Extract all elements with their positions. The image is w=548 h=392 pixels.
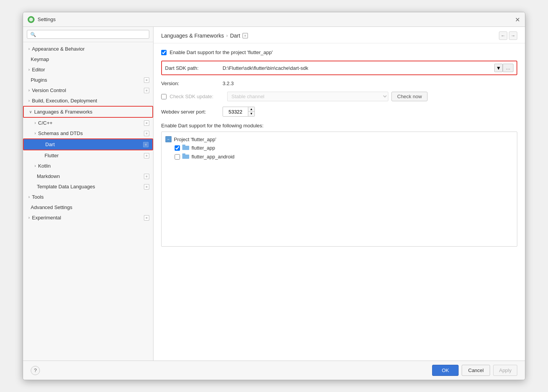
breadcrumb-icon: ≡ <box>243 33 248 38</box>
sidebar-item-appearance[interactable]: › Appearance & Behavior <box>23 44 153 54</box>
dropdown-arrow-icon: ▼ <box>496 65 501 71</box>
sidebar-item-label: Kotlin <box>38 163 51 169</box>
sidebar-item-flutter[interactable]: Flutter ≡ <box>23 150 153 161</box>
svg-point-0 <box>29 18 33 21</box>
flutter-app-android-label: flutter_app_android <box>191 154 234 160</box>
nav-back-button[interactable]: ← <box>499 31 507 40</box>
arrow-icon: › <box>28 195 30 199</box>
svg-rect-4 <box>182 153 185 155</box>
indicator-icon: ≡ <box>144 174 149 179</box>
arrow-icon: › <box>28 47 30 51</box>
flutter-app-android-checkbox[interactable] <box>175 154 180 160</box>
footer: ? OK Cancel Apply <box>23 361 525 380</box>
enable-dart-checkbox-row: Enable Dart support for the project 'flu… <box>161 49 517 55</box>
modules-label: Enable Dart support for the following mo… <box>161 123 517 128</box>
tree-item-flutter-app-android: flutter_app_android <box>165 152 513 161</box>
project-label: Project 'flutter_app' <box>174 137 216 142</box>
sidebar-item-label: Keymap <box>31 56 49 62</box>
ok-button[interactable]: OK <box>432 365 459 376</box>
sidebar-item-markdown[interactable]: Markdown ≡ <box>23 171 153 181</box>
search-input-wrap[interactable]: 🔍 <box>27 30 149 39</box>
sidebar-item-experimental[interactable]: › Experimental ≡ <box>23 212 153 223</box>
tree-item-flutter-app: flutter_app <box>165 143 513 152</box>
settings-window: Settings ✕ 🔍 › Appearance & Behavior <box>23 12 525 380</box>
sidebar-item-editor[interactable]: › Editor <box>23 64 153 75</box>
flutter-app-label: flutter_app <box>191 145 215 151</box>
close-button[interactable]: ✕ <box>515 17 520 22</box>
sidebar-item-label: Tools <box>32 194 43 200</box>
sidebar-item-label: Version Control <box>32 87 66 93</box>
webdev-port-input[interactable] <box>223 108 248 116</box>
sidebar-item-plugins[interactable]: Plugins ≡ <box>23 75 153 85</box>
sidebar-item-languages-frameworks[interactable]: ∨ Languages & Frameworks <box>23 106 153 118</box>
apply-button[interactable]: Apply <box>493 365 517 376</box>
nav-forward-button[interactable]: → <box>509 31 517 40</box>
indicator-icon: ≡ <box>144 131 149 136</box>
version-label: Version: <box>161 81 223 86</box>
spinner-buttons: ▲ ▼ <box>248 107 254 116</box>
breadcrumb: Languages & Frameworks › Dart ≡ <box>161 33 248 39</box>
sidebar-item-cpp[interactable]: › C/C++ ≡ <box>23 118 153 128</box>
sidebar-item-tools[interactable]: › Tools <box>23 192 153 202</box>
sidebar: 🔍 › Appearance & Behavior Keymap › <box>23 27 154 361</box>
arrow-icon: › <box>28 216 30 220</box>
indicator-icon: ≡ <box>144 184 149 189</box>
check-sdk-channel-select[interactable]: Stable channel <box>227 92 388 101</box>
flutter-app-checkbox[interactable] <box>175 145 180 151</box>
sdk-path-dropdown-button[interactable]: ▼ <box>494 64 503 72</box>
modules-section: Enable Dart support for the following mo… <box>161 123 517 247</box>
sidebar-item-label: Editor <box>32 67 45 72</box>
help-button[interactable]: ? <box>31 366 40 375</box>
webdev-label: Webdev server port: <box>161 109 223 115</box>
sdk-path-row: Dart SDK path: ▼ … <box>161 61 517 75</box>
sidebar-item-kotlin[interactable]: › Kotlin <box>23 161 153 171</box>
indicator-icon: ≡ <box>143 142 149 147</box>
sidebar-item-template-data[interactable]: Template Data Languages ≡ <box>23 181 153 192</box>
search-input[interactable] <box>38 31 146 37</box>
sidebar-item-label: Flutter <box>45 153 59 158</box>
sidebar-item-label: Advanced Settings <box>31 204 72 210</box>
app-icon <box>28 16 35 23</box>
arrow-icon: › <box>35 121 36 125</box>
check-sdk-checkbox[interactable] <box>161 94 167 99</box>
sidebar-item-schemas-dtds[interactable]: › Schemas and DTDs ≡ <box>23 128 153 138</box>
sidebar-item-label: Plugins <box>31 77 47 83</box>
sdk-path-label: Dart SDK path: <box>165 65 223 71</box>
cancel-button[interactable]: Cancel <box>462 365 490 376</box>
sidebar-item-label: Experimental <box>32 215 61 221</box>
window-title: Settings <box>38 16 56 22</box>
tree-collapse-button[interactable]: − <box>165 136 172 142</box>
sidebar-item-version-control[interactable]: › Version Control ≡ <box>23 85 153 96</box>
folder-icon-flutter-app-android <box>182 153 189 160</box>
sidebar-item-dart[interactable]: Dart ≡ <box>23 138 153 150</box>
content-area: 🔍 › Appearance & Behavior Keymap › <box>23 27 525 361</box>
arrow-icon: › <box>28 99 30 103</box>
arrow-icon: › <box>28 88 30 92</box>
sidebar-item-label: Appearance & Behavior <box>32 46 84 52</box>
sidebar-item-label: Build, Execution, Deployment <box>32 98 97 104</box>
folder-icon-flutter-app <box>182 145 189 151</box>
sidebar-item-label: Template Data Languages <box>37 184 95 189</box>
check-sdk-row: Check SDK update: Stable channel Check n… <box>161 92 517 101</box>
main-body: Enable Dart support for the project 'flu… <box>154 43 525 361</box>
indicator-icon: ≡ <box>144 88 149 93</box>
svg-rect-2 <box>182 145 185 147</box>
breadcrumb-separator: › <box>226 33 228 38</box>
indicator-icon: ≡ <box>144 77 149 83</box>
footer-buttons: OK Cancel Apply <box>432 365 517 376</box>
spinner-down-button[interactable]: ▼ <box>248 112 254 116</box>
sidebar-item-keymap[interactable]: Keymap <box>23 54 153 64</box>
check-now-button[interactable]: Check now <box>391 92 428 101</box>
sdk-path-browse-button[interactable]: … <box>503 64 513 72</box>
sidebar-item-label: C/C++ <box>38 120 53 126</box>
title-bar-left: Settings <box>28 16 56 23</box>
sidebar-item-build-execution[interactable]: › Build, Execution, Deployment <box>23 96 153 106</box>
sdk-path-input[interactable] <box>223 65 493 71</box>
search-icon: 🔍 <box>30 32 36 37</box>
arrow-icon: › <box>28 68 30 72</box>
breadcrumb-part1: Languages & Frameworks <box>161 33 224 39</box>
enable-dart-checkbox[interactable] <box>161 50 167 55</box>
sidebar-item-advanced-settings[interactable]: Advanced Settings <box>23 202 153 212</box>
spinner-up-button[interactable]: ▲ <box>248 107 254 112</box>
version-row: Version: 3.2.3 <box>161 81 517 86</box>
